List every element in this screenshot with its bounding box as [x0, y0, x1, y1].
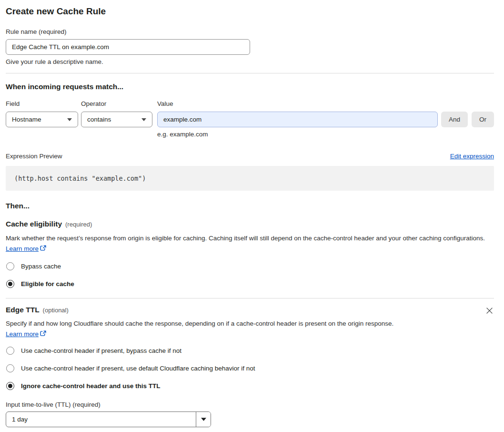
expression-preview-row: Expression Preview Edit expression — [6, 152, 494, 160]
radio-option-use-header-bypass[interactable]: Use cache-control header if present, byp… — [6, 347, 494, 355]
external-link-icon — [40, 331, 46, 338]
edge-ttl-title: Edge TTL — [6, 306, 40, 314]
field-label: Field — [6, 100, 78, 108]
edge-ttl-learn-more-link[interactable]: Learn more — [6, 330, 39, 338]
match-section-heading: When incoming requests match... — [6, 82, 494, 92]
radio-option-use-header-default[interactable]: Use cache-control header if present, use… — [6, 364, 494, 372]
section-divider — [6, 298, 494, 298]
cache-eligibility-required-tag: (required) — [65, 221, 92, 228]
edge-ttl-description: Specify if and how long Cloudflare shoul… — [6, 319, 404, 339]
field-select[interactable]: Hostname — [6, 112, 78, 127]
radio-option-ignore-header-use-ttl[interactable]: Ignore cache-control header and use this… — [6, 382, 494, 390]
radio-dot — [8, 384, 12, 388]
expression-code-block: (http.host contains "example.com") — [6, 166, 494, 191]
field-select-value: Hostname — [12, 116, 41, 123]
value-column: Value e.g. example.com — [157, 100, 438, 138]
cache-eligibility-title: Cache eligibility — [6, 220, 62, 228]
connector-buttons: And Or — [441, 112, 494, 127]
edge-ttl-header: Edge TTL(optional) — [6, 305, 494, 315]
field-column: Field Hostname — [6, 100, 78, 127]
section-divider — [6, 73, 494, 73]
page-title: Create new Cache Rule — [6, 6, 494, 17]
cache-eligibility-header: Cache eligibility(required) — [6, 219, 494, 229]
operator-label: Operator — [81, 100, 152, 108]
or-button[interactable]: Or — [472, 112, 494, 127]
radio-option-label: Bypass cache — [21, 263, 61, 270]
operator-select[interactable]: contains — [81, 112, 152, 127]
radio-button-icon[interactable] — [6, 262, 14, 270]
chevron-down-icon — [141, 118, 146, 121]
chevron-down-icon[interactable] — [196, 412, 211, 427]
ttl-select[interactable]: 1 day — [6, 411, 211, 427]
operator-column: Operator contains — [81, 100, 152, 127]
expression-code: (http.host contains "example.com") — [14, 175, 146, 182]
then-heading: Then... — [6, 201, 494, 211]
close-icon[interactable] — [485, 306, 494, 315]
radio-dot — [8, 282, 12, 286]
ttl-select-value: 1 day — [6, 416, 28, 423]
radio-button-icon[interactable] — [6, 280, 14, 288]
rule-name-label: Rule name (required) — [6, 28, 494, 36]
radio-button-icon[interactable] — [6, 382, 14, 390]
ttl-label: Input time-to-live (TTL) (required) — [6, 401, 494, 409]
radio-option-bypass-cache[interactable]: Bypass cache — [6, 262, 494, 270]
cache-eligibility-learn-more-link[interactable]: Learn more — [6, 245, 39, 252]
radio-button-icon[interactable] — [6, 364, 14, 372]
value-help: e.g. example.com — [157, 130, 438, 138]
external-link-icon — [40, 246, 46, 253]
value-label: Value — [157, 100, 438, 108]
value-input[interactable] — [157, 112, 438, 127]
radio-option-label: Use cache-control header if present, use… — [21, 365, 255, 372]
cache-eligibility-description: Mark whether the request’s response from… — [6, 233, 488, 254]
operator-select-value: contains — [87, 116, 111, 123]
edge-ttl-optional-tag: (optional) — [43, 307, 69, 314]
edge-ttl-description-text: Specify if and how long Cloudflare shoul… — [6, 320, 393, 327]
chevron-down-icon — [67, 118, 72, 121]
rule-name-input[interactable] — [6, 39, 250, 55]
radio-option-eligible-for-cache[interactable]: Eligible for cache — [6, 280, 494, 288]
radio-button-icon[interactable] — [6, 347, 14, 355]
rule-name-help: Give your rule a descriptive name. — [6, 58, 494, 66]
cache-eligibility-description-text: Mark whether the request’s response from… — [6, 235, 485, 242]
and-button[interactable]: And — [441, 112, 468, 127]
edit-expression-link[interactable]: Edit expression — [450, 153, 494, 160]
create-cache-rule-form: Create new Cache Rule Rule name (require… — [0, 0, 504, 427]
expression-preview-label: Expression Preview — [6, 152, 62, 160]
edge-ttl-options: Use cache-control header if present, byp… — [6, 347, 494, 390]
radio-option-label: Use cache-control header if present, byp… — [21, 347, 181, 354]
radio-option-label: Eligible for cache — [21, 280, 74, 288]
cache-eligibility-options: Bypass cache Eligible for cache — [6, 262, 494, 288]
match-condition-row: Field Hostname Operator contains Value e… — [6, 100, 494, 138]
radio-option-label: Ignore cache-control header and use this… — [21, 382, 161, 390]
